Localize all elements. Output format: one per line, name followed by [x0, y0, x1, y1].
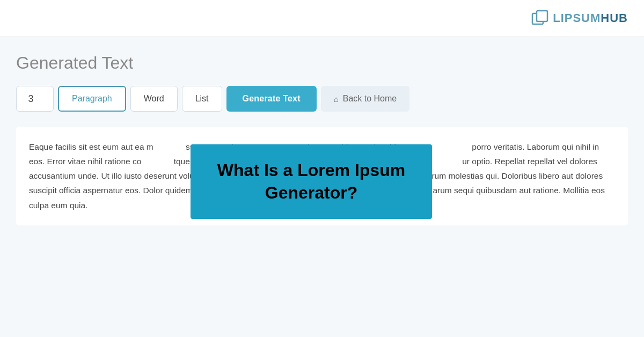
tooltip-overlay: What Is a Lorem Ipsum Generator? — [191, 144, 432, 219]
logo-icon — [531, 10, 548, 27]
main-content: Generated Text Paragraph Word List Gener… — [0, 37, 644, 337]
controls-bar: Paragraph Word List Generate Text ⌂ Back… — [16, 86, 628, 112]
tooltip-text: What Is a Lorem Ipsum Generator? — [217, 160, 405, 202]
word-button[interactable]: Word — [130, 86, 178, 112]
list-button[interactable]: List — [182, 86, 222, 112]
logo-hub: HUB — [601, 11, 628, 25]
header: LIPSUMHUB — [0, 0, 644, 37]
count-input[interactable] — [16, 86, 54, 112]
back-home-button[interactable]: ⌂ Back to Home — [321, 86, 410, 112]
logo: LIPSUMHUB — [531, 10, 628, 27]
paragraph-button[interactable]: Paragraph — [58, 86, 126, 112]
svg-rect-1 — [537, 11, 547, 21]
home-icon: ⌂ — [334, 94, 339, 104]
back-home-label: Back to Home — [343, 94, 397, 104]
page-title: Generated Text — [16, 53, 628, 73]
generate-button[interactable]: Generate Text — [226, 86, 317, 112]
logo-lipsum: LIPSUM — [553, 11, 601, 25]
logo-text: LIPSUMHUB — [553, 11, 628, 25]
